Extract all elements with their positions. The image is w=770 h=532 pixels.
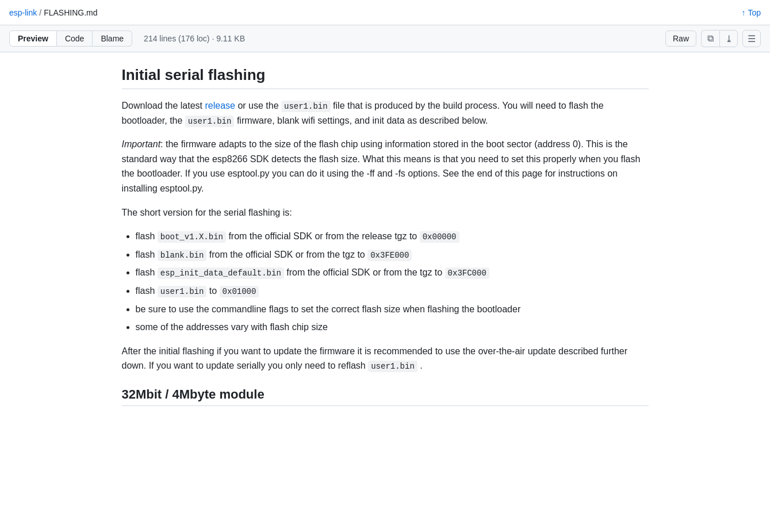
li1-prefix: flash xyxy=(136,231,158,241)
para2-italic: Important xyxy=(122,139,161,149)
file-meta: 214 lines (176 loc) · 9.11 KB xyxy=(144,34,245,43)
paragraph-1: Download the latest release or use the u… xyxy=(122,98,649,128)
code-user1-bin-2: user1.bin xyxy=(185,116,235,127)
li5-text: be sure to use the commandline flags to … xyxy=(136,304,521,314)
li4-prefix: flash xyxy=(136,286,158,296)
breadcrumb-file: FLASHING.md xyxy=(44,8,97,17)
file-toolbar: Preview Code Blame 214 lines (176 loc) ·… xyxy=(0,25,770,52)
list-item: flash user1.bin to 0x01000 xyxy=(136,284,649,298)
paragraph-3: The short version for the serial flashin… xyxy=(122,205,649,220)
li1-mid: from the official SDK or from the releas… xyxy=(226,231,420,241)
para1-prefix: Download the latest xyxy=(122,101,205,110)
code-user1-bin-3: user1.bin xyxy=(368,361,417,372)
toolbar-actions: Raw ⧉ ⤓ ☰ xyxy=(665,30,761,47)
breadcrumb-separator: / xyxy=(39,8,41,17)
li1-code2: 0x00000 xyxy=(420,231,459,243)
code-user1-bin-1: user1.bin xyxy=(281,101,331,112)
li4-mid: to xyxy=(206,286,219,296)
list-item: flash esp_init_data_default.bin from the… xyxy=(136,265,649,280)
list-item: some of the addresses vary with flash ch… xyxy=(136,320,649,335)
li6-text: some of the addresses vary with flash ch… xyxy=(136,322,328,332)
li2-mid: from the official SDK or from the tgz to xyxy=(206,250,367,259)
h1-title: Initial serial flashing xyxy=(122,66,649,89)
top-link[interactable]: ↑ Top xyxy=(741,8,761,17)
icon-button-group: ⧉ ⤓ xyxy=(701,30,738,47)
li1-code1: boot_v1.X.bin xyxy=(158,231,226,243)
top-arrow-icon: ↑ xyxy=(741,8,745,17)
li3-code1: esp_init_data_default.bin xyxy=(158,267,284,279)
flash-list: flash boot_v1.X.bin from the official SD… xyxy=(122,229,649,335)
para4-suffix: . xyxy=(417,361,423,370)
download-button[interactable]: ⤓ xyxy=(719,30,738,47)
list-item: flash blank.bin from the official SDK or… xyxy=(136,247,649,262)
tab-code[interactable]: Code xyxy=(57,30,93,47)
main-content: Initial serial flashing Download the lat… xyxy=(104,52,667,429)
li3-mid: from the official SDK or from the tgz to xyxy=(284,267,445,277)
li2-code1: blank.bin xyxy=(158,250,207,261)
tab-group: Preview Code Blame xyxy=(9,30,132,47)
para1-mid: or use the xyxy=(235,101,281,110)
release-link[interactable]: release xyxy=(205,101,235,110)
para2-text: : the firmware adapts to the size of the… xyxy=(122,139,641,193)
breadcrumb-repo[interactable]: esp-link xyxy=(9,8,37,17)
li4-code1: user1.bin xyxy=(158,286,207,297)
top-bar: esp-link / FLASHING.md ↑ Top xyxy=(0,0,770,25)
li2-prefix: flash xyxy=(136,250,158,259)
menu-button[interactable]: ☰ xyxy=(742,30,761,47)
h2-title: 32Mbit / 4Mbyte module xyxy=(122,387,649,406)
para1-end: firmware, blank wifi settings, and init … xyxy=(234,116,488,125)
li4-code2: 0x01000 xyxy=(220,286,259,297)
raw-button[interactable]: Raw xyxy=(665,30,696,47)
li3-prefix: flash xyxy=(136,267,158,277)
paragraph-4: After the initial flashing if you want t… xyxy=(122,344,649,373)
breadcrumb: esp-link / FLASHING.md xyxy=(9,8,98,17)
top-label: Top xyxy=(748,8,761,17)
list-item: flash boot_v1.X.bin from the official SD… xyxy=(136,229,649,244)
list-item: be sure to use the commandline flags to … xyxy=(136,302,649,317)
paragraph-2: Important: the firmware adapts to the si… xyxy=(122,137,649,196)
tab-preview[interactable]: Preview xyxy=(9,30,57,47)
li3-code2: 0x3FC000 xyxy=(445,267,489,279)
tab-blame[interactable]: Blame xyxy=(93,30,132,47)
copy-button[interactable]: ⧉ xyxy=(701,30,719,47)
li2-code2: 0x3FE000 xyxy=(367,250,412,261)
